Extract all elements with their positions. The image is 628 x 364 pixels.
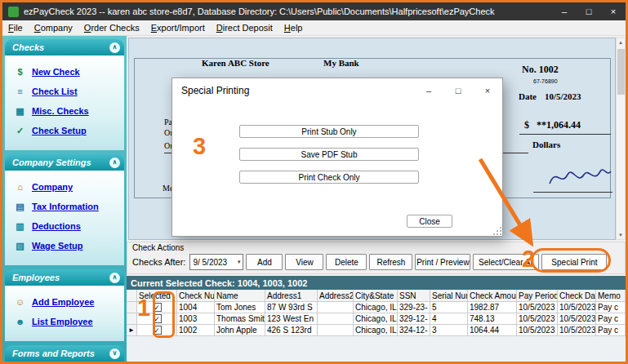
sidebar-item-tax-information[interactable]: ▤Tax Information bbox=[5, 198, 124, 215]
sidebar-item-misc-checks[interactable]: ▦Misc. Checks bbox=[5, 102, 124, 120]
action-button-view[interactable]: View bbox=[285, 254, 323, 270]
vertical-scrollbar[interactable]: ▴ ▾ bbox=[616, 38, 626, 240]
column-header-check-amount[interactable]: Check Amount bbox=[468, 290, 517, 302]
dialog-close-icon[interactable]: × bbox=[473, 78, 502, 103]
column-header-name[interactable]: Name bbox=[215, 290, 265, 302]
menu-item-company[interactable]: Company bbox=[29, 21, 78, 34]
cell-check-dat: 10/5/2023 bbox=[558, 313, 596, 325]
action-button-print-preview[interactable]: Print / Preview bbox=[415, 254, 470, 270]
sidebar-item-label: New Check bbox=[32, 67, 80, 77]
column-header-check-nu[interactable]: Check Nu bbox=[177, 290, 215, 302]
cell-pay-period: 10/5/2023 bbox=[517, 313, 558, 325]
table-row-1004[interactable]: ✓1004Tom Jones87 W 93rd SChicago, IL329-… bbox=[127, 302, 626, 313]
scroll-up-icon[interactable]: ▴ bbox=[617, 39, 625, 46]
sidebar-item-label: Wage Setup bbox=[32, 241, 83, 251]
minimize-icon[interactable]: – bbox=[552, 2, 577, 20]
column-header-ssn[interactable]: SSN bbox=[398, 290, 430, 302]
sidebar-item-check-setup[interactable]: ✓Check Setup bbox=[5, 122, 124, 140]
row-selector: ► bbox=[127, 325, 137, 336]
annotation-step-3: 3 bbox=[193, 135, 206, 158]
cell-check-nu: 1004 bbox=[177, 302, 215, 313]
row-checkbox[interactable]: ✓ bbox=[153, 326, 162, 335]
check-dollars-label: Dollars bbox=[532, 140, 560, 149]
section-title: Company Settings bbox=[12, 158, 91, 167]
sidebar-item-deductions[interactable]: ▥Deductions bbox=[5, 217, 124, 235]
sidebar-section-header-checks[interactable]: Checks∧ bbox=[5, 39, 124, 55]
maximize-icon[interactable]: □ bbox=[577, 2, 601, 20]
action-button-add[interactable]: Add bbox=[246, 254, 283, 270]
row-checkbox[interactable]: ✓ bbox=[153, 314, 162, 323]
row-checkbox[interactable]: ✓ bbox=[153, 303, 162, 312]
menu-item-help[interactable]: Help bbox=[278, 21, 309, 34]
title-bar[interactable]: ezPayCheck 2023 -- karen abc store-e8d7,… bbox=[2, 2, 626, 20]
check-date-value: 10/5/2023 bbox=[545, 91, 581, 101]
table-row-1003[interactable]: ✓1003Thomas Smith123 West EnChicago, IL3… bbox=[127, 313, 626, 325]
dialog-button-print-stub-only[interactable]: Print Stub Only bbox=[239, 125, 419, 138]
action-button-refresh[interactable]: Refresh bbox=[369, 254, 412, 270]
sidebar-item-wage-setup[interactable]: ▧Wage Setup bbox=[5, 237, 124, 255]
sidebar-item-label: Company bbox=[32, 182, 73, 192]
sidebar-item-label: Add Employee bbox=[32, 297, 94, 307]
column-header-address2[interactable]: Address2 bbox=[318, 290, 354, 302]
menu-item-order-checks[interactable]: Order Checks bbox=[78, 21, 145, 34]
action-button-special-print[interactable]: Special Print bbox=[541, 254, 607, 270]
checks-after-date-select[interactable]: 9/ 5/2023 ▾ bbox=[189, 254, 243, 270]
table-caption: Current Selected Check: 1004, 1003, 1002 bbox=[127, 276, 626, 290]
check-actions-panel: Check Actions Checks After: 9/ 5/2023 ▾ … bbox=[127, 242, 626, 274]
sidebar-item-label: List Employee bbox=[32, 317, 93, 326]
cell-memo: Pay c bbox=[596, 325, 626, 336]
dialog-maximize-icon[interactable]: □ bbox=[443, 78, 473, 103]
cell-name: Tom Jones bbox=[215, 302, 265, 313]
dialog-minimize-icon[interactable]: – bbox=[414, 78, 443, 103]
dialog-resize-grip[interactable] bbox=[497, 230, 498, 232]
chevron-down-icon[interactable]: ∨ bbox=[109, 348, 120, 359]
action-button-delete[interactable]: Delete bbox=[326, 254, 367, 270]
dropdown-arrow-icon: ▾ bbox=[238, 259, 241, 265]
row-selector bbox=[127, 313, 137, 325]
column-header-serial-num[interactable]: Serial Num bbox=[430, 290, 468, 302]
close-icon[interactable]: × bbox=[601, 2, 626, 20]
cell-check-nu: 1002 bbox=[177, 325, 215, 336]
cell-serial-num: 3 bbox=[430, 325, 468, 336]
section-title: Forms and Reports bbox=[12, 348, 95, 358]
dialog-button-save-pdf-stub[interactable]: Save PDF Stub bbox=[239, 148, 419, 161]
grid-header-row: SelectedCheck NuNameAddress1Address2City… bbox=[127, 290, 626, 302]
column-header-city-state[interactable]: City&State bbox=[354, 290, 398, 302]
table-row-1002[interactable]: ►✓1002John Apple426 S 123rdChicago, IL32… bbox=[127, 325, 626, 336]
cell-check-amount: 1064.44 bbox=[468, 325, 517, 336]
app-icon bbox=[8, 7, 19, 17]
dialog-title-bar[interactable]: Special Printing – □ × bbox=[172, 78, 502, 103]
scrollbar-thumb[interactable] bbox=[617, 49, 625, 95]
column-header-check-dat[interactable]: Check Dat bbox=[558, 290, 596, 302]
row-selector bbox=[127, 302, 137, 313]
menu-item-file[interactable]: File bbox=[2, 21, 29, 34]
dollar-icon: $ bbox=[14, 67, 26, 77]
checks-after-date-value: 9/ 5/2023 bbox=[193, 258, 227, 267]
cell-pay-period: 10/5/2023 bbox=[517, 325, 558, 336]
chevron-up-icon[interactable]: ∧ bbox=[109, 42, 120, 53]
wage-setup-icon: ▧ bbox=[14, 241, 26, 251]
sidebar-item-company[interactable]: ⌂Company bbox=[5, 178, 124, 196]
cell-name: John Apple bbox=[215, 325, 265, 336]
dialog-close-button[interactable]: Close bbox=[407, 215, 452, 228]
column-header-pay-period[interactable]: Pay Period bbox=[517, 290, 558, 302]
menu-item-direct-deposit[interactable]: Direct Deposit bbox=[211, 21, 278, 34]
chevron-up-icon[interactable]: ∧ bbox=[109, 273, 120, 283]
column-header-address1[interactable]: Address1 bbox=[265, 290, 318, 302]
sidebar-item-new-check[interactable]: $New Check bbox=[5, 63, 124, 81]
sidebar-item-list-employee[interactable]: ☻List Employee bbox=[5, 313, 124, 331]
sidebar-section-header-forms-and-reports[interactable]: Forms and Reports∨ bbox=[5, 345, 124, 362]
cell-city-state: Chicago, IL bbox=[354, 302, 398, 313]
sidebar-item-add-employee[interactable]: ☺Add Employee bbox=[5, 293, 124, 311]
sidebar-section-header-employees[interactable]: Employees∧ bbox=[5, 269, 124, 286]
scroll-down-icon[interactable]: ▾ bbox=[617, 232, 625, 238]
sidebar-item-check-list[interactable]: ≡Check List bbox=[5, 82, 124, 100]
section-body-checks: $New Check≡Check List▦Misc. Checks✓Check… bbox=[5, 55, 124, 150]
column-header-memo[interactable]: Memo bbox=[596, 290, 626, 302]
sidebar-section-header-company-settings[interactable]: Company Settings∧ bbox=[5, 154, 124, 171]
window-title: ezPayCheck 2023 -- karen abc store-e8d7,… bbox=[24, 7, 552, 16]
chevron-up-icon[interactable]: ∧ bbox=[109, 158, 120, 168]
menu-item-export-import[interactable]: Export/Import bbox=[145, 21, 211, 34]
cell-check-nu: 1003 bbox=[177, 313, 215, 325]
dialog-button-print-check-only[interactable]: Print Check Only bbox=[239, 171, 419, 184]
